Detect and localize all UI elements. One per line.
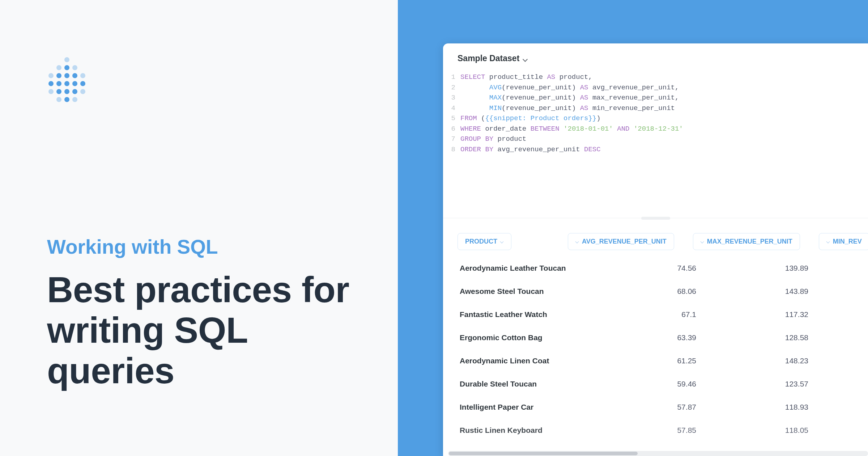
line-number: 2 <box>450 83 460 93</box>
hero-title: Best practices for writing SQL queries <box>47 269 354 391</box>
cell-avg: 63.39 <box>609 333 718 342</box>
dataset-selector[interactable]: Sample Dataset <box>443 43 868 72</box>
cell-avg: 61.25 <box>609 356 718 365</box>
svg-point-17 <box>72 89 77 94</box>
svg-point-5 <box>56 73 61 78</box>
resize-divider[interactable] <box>443 218 868 229</box>
cell-avg: 57.87 <box>609 403 718 411</box>
code-content: MAX(revenue_per_unit) AS max_revenue_per… <box>460 93 679 103</box>
cell-product: Aerodynamic Leather Toucan <box>458 264 609 273</box>
cell-max: 117.32 <box>718 310 826 319</box>
code-line: 5FROM ({{snippet: Product orders}}) <box>450 113 854 124</box>
code-line: 7GROUP BY product <box>450 134 854 144</box>
column-header-min[interactable]: MIN_REV <box>819 233 868 250</box>
cell-product: Ergonomic Cotton Bag <box>458 333 609 342</box>
screenshot-panel: Sample Dataset 1SELECT product_title AS … <box>398 0 868 456</box>
table-row[interactable]: Aerodynamic Leather Toucan74.56139.89 <box>458 257 854 280</box>
line-number: 8 <box>450 144 460 155</box>
svg-point-0 <box>64 57 69 62</box>
svg-point-13 <box>80 81 85 86</box>
cell-product: Fantastic Leather Watch <box>458 310 609 319</box>
code-line: 1SELECT product_title AS product, <box>450 72 854 83</box>
line-number: 1 <box>450 72 460 83</box>
scrollbar-thumb[interactable] <box>449 452 638 455</box>
chevron-down-icon <box>701 240 704 244</box>
hero-eyebrow: Working with SQL <box>47 235 354 258</box>
cell-avg: 57.85 <box>609 426 718 435</box>
svg-point-4 <box>48 73 54 78</box>
line-number: 4 <box>450 103 460 114</box>
table-row[interactable]: Intelligent Paper Car57.87118.93 <box>458 396 854 419</box>
svg-point-16 <box>64 89 69 94</box>
chevron-down-icon <box>522 57 527 62</box>
table-row[interactable]: Rustic Linen Keyboard57.85118.05 <box>458 419 854 443</box>
svg-point-1 <box>56 65 61 70</box>
cell-max: 118.93 <box>718 403 826 411</box>
code-content: AVG(revenue_per_unit) AS avg_revenue_per… <box>460 83 679 93</box>
column-header-max[interactable]: MAX_REVENUE_PER_UNIT <box>693 233 800 250</box>
svg-point-9 <box>48 81 54 86</box>
line-number: 3 <box>450 93 460 103</box>
cell-max: 123.57 <box>718 380 826 388</box>
cell-product: Aerodynamic Linen Coat <box>458 356 609 365</box>
svg-point-6 <box>64 73 69 78</box>
code-content: MIN(revenue_per_unit) AS min_revenue_per… <box>460 103 675 114</box>
results-table: PRODUCT AVG_REVENUE_PER_UNIT MAX_REVENUE… <box>443 229 868 456</box>
table-row[interactable]: Durable Steel Toucan59.46123.57 <box>458 372 854 396</box>
svg-point-2 <box>64 65 69 70</box>
sql-code-editor[interactable]: 1SELECT product_title AS product,2 AVG(r… <box>443 72 868 155</box>
sql-editor-window: Sample Dataset 1SELECT product_title AS … <box>443 43 868 456</box>
chevron-down-icon <box>500 240 504 244</box>
code-content: FROM ({{snippet: Product orders}}) <box>460 113 601 124</box>
table-row[interactable]: Aerodynamic Linen Coat61.25148.23 <box>458 349 854 372</box>
svg-point-15 <box>56 89 61 94</box>
cell-product: Durable Steel Toucan <box>458 380 609 388</box>
table-row[interactable]: Awesome Steel Toucan68.06143.89 <box>458 280 854 303</box>
horizontal-scrollbar[interactable] <box>448 451 868 456</box>
svg-point-21 <box>72 97 77 102</box>
code-content: ORDER BY avg_revenue_per_unit DESC <box>460 144 601 155</box>
cell-avg: 74.56 <box>609 264 718 273</box>
code-line: 8ORDER BY avg_revenue_per_unit DESC <box>450 144 854 155</box>
line-number: 6 <box>450 124 460 134</box>
table-row[interactable]: Ergonomic Cotton Bag63.39128.58 <box>458 326 854 349</box>
code-line: 3 MAX(revenue_per_unit) AS max_revenue_p… <box>450 93 854 103</box>
column-header-avg[interactable]: AVG_REVENUE_PER_UNIT <box>568 233 674 250</box>
svg-point-19 <box>56 97 61 102</box>
cell-max: 118.05 <box>718 426 826 435</box>
cell-max: 128.58 <box>718 333 826 342</box>
cell-max: 148.23 <box>718 356 826 365</box>
svg-point-10 <box>56 81 61 86</box>
dataset-name: Sample Dataset <box>458 54 519 63</box>
svg-point-8 <box>80 73 85 78</box>
code-content: WHERE order_date BETWEEN '2018-01-01' AN… <box>460 124 683 134</box>
chevron-down-icon <box>575 240 579 244</box>
cell-product: Rustic Linen Keyboard <box>458 426 609 435</box>
line-number: 7 <box>450 134 460 144</box>
chevron-down-icon <box>826 240 830 244</box>
column-header-product[interactable]: PRODUCT <box>458 233 511 250</box>
cell-avg: 68.06 <box>609 287 718 296</box>
svg-point-20 <box>64 97 69 102</box>
cell-avg: 67.1 <box>609 310 718 319</box>
code-line: 4 MIN(revenue_per_unit) AS min_revenue_p… <box>450 103 854 114</box>
cell-product: Intelligent Paper Car <box>458 403 609 411</box>
cell-product: Awesome Steel Toucan <box>458 287 609 296</box>
hero-panel: Working with SQL Best practices for writ… <box>0 0 398 456</box>
cell-max: 139.89 <box>718 264 826 273</box>
code-line: 2 AVG(revenue_per_unit) AS avg_revenue_p… <box>450 83 854 93</box>
table-row[interactable]: Fantastic Leather Watch67.1117.32 <box>458 303 854 326</box>
svg-point-3 <box>72 65 77 70</box>
code-line: 6WHERE order_date BETWEEN '2018-01-01' A… <box>450 124 854 134</box>
line-number: 5 <box>450 113 460 124</box>
svg-point-7 <box>72 73 77 78</box>
metabase-logo-icon <box>47 56 87 107</box>
column-headers-row: PRODUCT AVG_REVENUE_PER_UNIT MAX_REVENUE… <box>458 233 854 250</box>
svg-point-11 <box>64 81 69 86</box>
cell-avg: 59.46 <box>609 380 718 388</box>
svg-point-12 <box>72 81 77 86</box>
cell-max: 143.89 <box>718 287 826 296</box>
svg-point-14 <box>48 89 54 94</box>
svg-point-18 <box>80 89 85 94</box>
data-rows: Aerodynamic Leather Toucan74.56139.89Awe… <box>458 257 854 443</box>
